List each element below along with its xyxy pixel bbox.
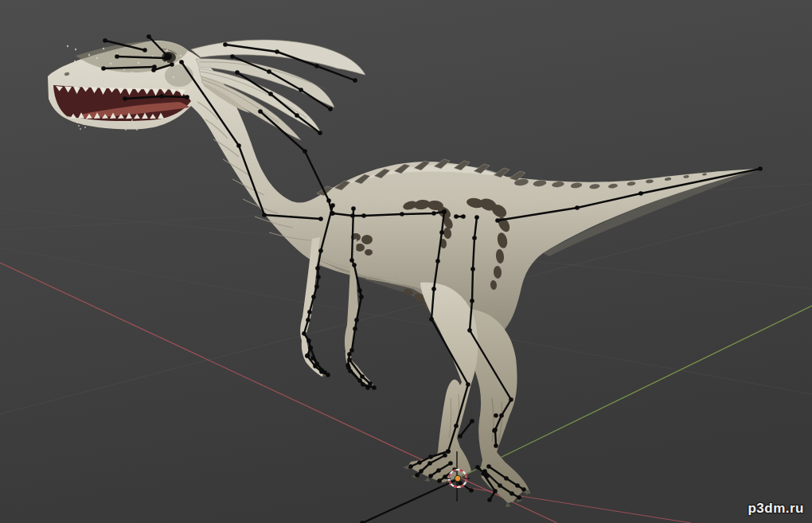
bone-joint bbox=[352, 263, 357, 267]
bone-joint bbox=[299, 88, 303, 92]
bone-joint bbox=[470, 419, 474, 423]
bone-joint bbox=[419, 469, 424, 474]
bone-joint bbox=[359, 295, 364, 299]
bone-joint bbox=[308, 345, 313, 350]
bone-joint bbox=[486, 464, 491, 469]
bone-joint bbox=[436, 468, 441, 473]
bone-joint bbox=[354, 318, 359, 322]
bone-joint bbox=[504, 476, 509, 481]
bone-joint bbox=[517, 495, 521, 500]
bone-joint bbox=[142, 48, 147, 53]
bone-joint bbox=[146, 34, 151, 39]
bone-joint bbox=[353, 326, 357, 331]
bone-joint bbox=[487, 498, 492, 502]
bone-joint bbox=[429, 317, 434, 322]
bone-joint bbox=[470, 299, 474, 303]
bone-joint bbox=[446, 449, 451, 454]
bone-joint bbox=[347, 352, 352, 357]
bone-joint bbox=[493, 489, 498, 494]
bone-joint bbox=[326, 373, 330, 377]
bone-joint bbox=[467, 328, 472, 333]
bone-joint bbox=[427, 461, 432, 466]
viewport-3d[interactable]: p3dm.ru bbox=[0, 0, 812, 523]
bone-joint bbox=[499, 413, 504, 418]
bone-joint bbox=[495, 218, 500, 223]
bone-joint bbox=[638, 191, 643, 196]
bone-joint bbox=[435, 259, 440, 263]
bone-joint bbox=[415, 473, 420, 478]
bone-joint bbox=[307, 310, 312, 314]
bone-joint bbox=[318, 248, 323, 253]
bone-joint bbox=[515, 483, 520, 488]
bone-joint bbox=[521, 487, 526, 492]
bone-joint bbox=[437, 478, 442, 483]
bone-joint bbox=[360, 374, 365, 379]
bone-joint bbox=[236, 143, 241, 148]
bone-joint bbox=[151, 68, 156, 72]
bone-joint bbox=[470, 267, 475, 271]
bone-joint bbox=[318, 217, 323, 221]
bone-joint bbox=[295, 113, 299, 118]
bone-joint bbox=[474, 215, 479, 220]
bone-joint bbox=[314, 284, 319, 289]
bone-joint bbox=[439, 230, 444, 235]
bone-joint bbox=[235, 70, 240, 75]
viewport-canvas[interactable] bbox=[0, 0, 812, 523]
bone-joint bbox=[275, 49, 279, 54]
bone-joint bbox=[361, 213, 366, 218]
bone-joint bbox=[347, 357, 352, 362]
bone-joint bbox=[417, 460, 422, 465]
bone-joint bbox=[494, 443, 498, 448]
bone-joint bbox=[170, 62, 174, 67]
cheek-shading bbox=[165, 64, 193, 87]
bone-joint bbox=[267, 69, 271, 74]
bone-joint bbox=[466, 382, 470, 387]
bone-joint bbox=[314, 64, 319, 68]
bone-joint bbox=[509, 491, 514, 496]
bone-joint bbox=[509, 397, 513, 402]
bone-joint bbox=[318, 131, 322, 135]
bone-joint bbox=[326, 198, 331, 203]
bone-joint bbox=[372, 385, 377, 390]
bone-joint bbox=[311, 295, 316, 299]
bone-joint bbox=[428, 455, 433, 459]
bone-joint bbox=[454, 214, 459, 219]
bone-joint bbox=[302, 331, 306, 336]
bone-joint bbox=[428, 474, 433, 478]
bone-joint bbox=[443, 453, 447, 458]
bone-joint bbox=[101, 66, 106, 71]
bone-joint bbox=[316, 275, 321, 279]
bone-joint bbox=[115, 54, 119, 59]
bone-joint bbox=[400, 212, 404, 217]
bone-joint bbox=[575, 205, 580, 210]
bone-joint bbox=[349, 348, 354, 353]
bone-joint bbox=[431, 211, 436, 216]
bone-joint bbox=[498, 483, 502, 488]
watermark: p3dm.ru bbox=[748, 501, 804, 517]
bone-joint bbox=[475, 465, 480, 470]
bone-joint bbox=[315, 266, 320, 271]
bone-joint bbox=[458, 434, 463, 439]
bone-joint bbox=[454, 423, 459, 428]
bone-joint bbox=[319, 368, 324, 373]
bone-joint bbox=[351, 206, 356, 211]
bone-joint bbox=[262, 213, 267, 217]
bone-joint bbox=[485, 474, 490, 478]
bone-joint bbox=[361, 382, 365, 387]
bone-joint bbox=[442, 209, 447, 214]
origin-dot bbox=[455, 476, 460, 481]
bone-joint bbox=[408, 464, 413, 469]
bone-joint bbox=[179, 60, 184, 64]
bone-joint bbox=[448, 461, 453, 466]
bone-joint bbox=[330, 203, 335, 208]
bone-joint bbox=[163, 56, 168, 60]
bone-joint bbox=[758, 166, 763, 171]
bone-joint bbox=[185, 95, 189, 100]
bone-joint bbox=[303, 149, 307, 154]
bone-joint bbox=[223, 42, 228, 47]
bone-joint bbox=[328, 107, 333, 111]
bone-joint bbox=[461, 214, 466, 219]
bone-joint bbox=[103, 38, 107, 43]
bone-joint bbox=[353, 78, 357, 83]
bone-joint bbox=[123, 96, 127, 101]
